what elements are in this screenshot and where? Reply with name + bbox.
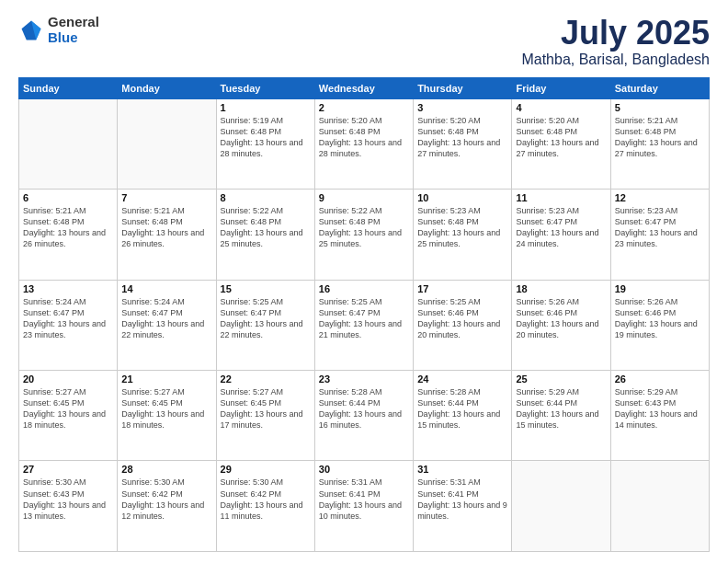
calendar-day: 20 Sunrise: 5:27 AM Sunset: 6:45 PM Dayl… [19,371,118,461]
sunset: Sunset: 6:48 PM [23,217,85,226]
sunset: Sunset: 6:43 PM [615,398,677,408]
daylight: Daylight: 13 hours and 21 minutes. [319,319,402,339]
sunset: Sunset: 6:48 PM [221,217,282,226]
daylight: Daylight: 13 hours and 10 minutes. [319,500,402,521]
sunrise: Sunrise: 5:31 AM [319,477,382,487]
daylight: Daylight: 13 hours and 25 minutes. [319,228,402,248]
sunrise: Sunrise: 5:23 AM [615,206,678,215]
day-info: Sunrise: 5:26 AM Sunset: 6:46 PM Dayligh… [516,296,606,341]
title-month: July 2025 [521,15,710,52]
calendar-day: 22 Sunrise: 5:27 AM Sunset: 6:45 PM Dayl… [216,371,314,461]
sunrise: Sunrise: 5:25 AM [221,297,284,306]
day-info: Sunrise: 5:21 AM Sunset: 6:48 PM Dayligh… [121,205,211,250]
sunset: Sunset: 6:46 PM [516,308,577,317]
sunrise: Sunrise: 5:21 AM [23,206,86,215]
header-wednesday: Wednesday [314,77,413,98]
sunset: Sunset: 6:47 PM [121,308,183,317]
day-info: Sunrise: 5:27 AM Sunset: 6:45 PM Dayligh… [23,386,113,431]
sunset: Sunset: 6:44 PM [417,398,479,408]
calendar-day: 16 Sunrise: 5:25 AM Sunset: 6:47 PM Dayl… [314,280,413,370]
day-info: Sunrise: 5:22 AM Sunset: 6:48 PM Dayligh… [221,205,311,250]
calendar-week-row: 13 Sunrise: 5:24 AM Sunset: 6:47 PM Dayl… [19,280,710,370]
day-info: Sunrise: 5:24 AM Sunset: 6:47 PM Dayligh… [121,296,211,341]
calendar-day: 17 Sunrise: 5:25 AM Sunset: 6:46 PM Dayl… [414,280,512,370]
sunrise: Sunrise: 5:29 AM [615,387,678,396]
daylight: Daylight: 13 hours and 26 minutes. [121,228,204,248]
calendar-day: 30 Sunrise: 5:31 AM Sunset: 6:41 PM Dayl… [314,461,413,552]
header-saturday: Saturday [610,77,709,98]
calendar-day: 2 Sunrise: 5:20 AM Sunset: 6:48 PM Dayli… [314,98,413,189]
day-number: 8 [221,192,311,203]
header-tuesday: Tuesday [216,77,314,98]
sunset: Sunset: 6:48 PM [417,217,479,226]
daylight: Daylight: 13 hours and 15 minutes. [417,409,500,430]
daylight: Daylight: 13 hours and 26 minutes. [23,228,106,248]
calendar-day: 3 Sunrise: 5:20 AM Sunset: 6:48 PM Dayli… [414,98,512,189]
day-number: 31 [417,464,507,475]
calendar-day: 18 Sunrise: 5:26 AM Sunset: 6:46 PM Dayl… [512,280,610,370]
sunrise: Sunrise: 5:27 AM [23,387,86,396]
sunrise: Sunrise: 5:22 AM [221,206,284,215]
calendar-day: 24 Sunrise: 5:28 AM Sunset: 6:44 PM Dayl… [414,371,512,461]
calendar-day: 10 Sunrise: 5:23 AM Sunset: 6:48 PM Dayl… [414,190,512,280]
daylight: Daylight: 13 hours and 18 minutes. [23,409,106,430]
sunrise: Sunrise: 5:24 AM [23,297,86,306]
sunrise: Sunrise: 5:28 AM [417,387,481,396]
day-info: Sunrise: 5:28 AM Sunset: 6:44 PM Dayligh… [417,386,507,431]
day-info: Sunrise: 5:25 AM Sunset: 6:47 PM Dayligh… [319,296,409,341]
sunrise: Sunrise: 5:27 AM [121,387,185,396]
sunset: Sunset: 6:42 PM [121,489,183,499]
title-location: Mathba, Barisal, Bangladesh [521,52,710,68]
calendar-day [610,461,709,552]
day-number: 24 [417,373,507,385]
day-number: 18 [516,283,606,294]
day-number: 27 [23,464,113,475]
day-info: Sunrise: 5:23 AM Sunset: 6:47 PM Dayligh… [615,205,705,250]
sunset: Sunset: 6:46 PM [615,308,677,317]
calendar-table: Sunday Monday Tuesday Wednesday Thursday… [18,77,710,552]
day-info: Sunrise: 5:30 AM Sunset: 6:42 PM Dayligh… [121,477,211,522]
day-number: 23 [319,373,409,385]
daylight: Daylight: 13 hours and 23 minutes. [615,228,698,248]
sunrise: Sunrise: 5:24 AM [121,297,185,306]
day-number: 9 [319,192,409,203]
daylight: Daylight: 13 hours and 11 minutes. [221,500,303,521]
sunset: Sunset: 6:47 PM [319,308,381,317]
day-info: Sunrise: 5:30 AM Sunset: 6:43 PM Dayligh… [23,477,113,522]
day-info: Sunrise: 5:27 AM Sunset: 6:45 PM Dayligh… [121,386,211,431]
calendar-week-row: 27 Sunrise: 5:30 AM Sunset: 6:43 PM Dayl… [19,461,710,552]
sunrise: Sunrise: 5:22 AM [319,206,382,215]
sunrise: Sunrise: 5:25 AM [319,297,382,306]
sunset: Sunset: 6:46 PM [417,308,479,317]
sunrise: Sunrise: 5:31 AM [417,477,481,487]
daylight: Daylight: 13 hours and 13 minutes. [23,500,106,521]
sunset: Sunset: 6:48 PM [319,127,381,136]
sunrise: Sunrise: 5:23 AM [417,206,481,215]
calendar-day [19,98,118,189]
sunset: Sunset: 6:47 PM [23,308,85,317]
day-number: 6 [23,192,113,203]
day-info: Sunrise: 5:24 AM Sunset: 6:47 PM Dayligh… [23,296,113,341]
sunrise: Sunrise: 5:29 AM [516,387,579,396]
sunset: Sunset: 6:48 PM [121,217,183,226]
calendar-day: 23 Sunrise: 5:28 AM Sunset: 6:44 PM Dayl… [314,371,413,461]
logo-icon [18,17,44,43]
day-info: Sunrise: 5:30 AM Sunset: 6:42 PM Dayligh… [221,477,311,522]
day-number: 5 [615,102,705,113]
day-number: 26 [615,373,705,385]
header-sunday: Sunday [19,77,118,98]
day-info: Sunrise: 5:29 AM Sunset: 6:43 PM Dayligh… [615,386,705,431]
daylight: Daylight: 13 hours and 22 minutes. [221,319,303,339]
daylight: Daylight: 13 hours and 20 minutes. [417,319,500,339]
sunset: Sunset: 6:48 PM [319,217,381,226]
daylight: Daylight: 13 hours and 23 minutes. [23,319,106,339]
sunset: Sunset: 6:48 PM [221,127,282,136]
sunset: Sunset: 6:47 PM [516,217,577,226]
calendar-day: 31 Sunrise: 5:31 AM Sunset: 6:41 PM Dayl… [414,461,512,552]
logo: General Blue [18,15,99,45]
calendar-day: 1 Sunrise: 5:19 AM Sunset: 6:48 PM Dayli… [216,98,314,189]
sunrise: Sunrise: 5:26 AM [516,297,579,306]
calendar-day [118,98,216,189]
day-info: Sunrise: 5:26 AM Sunset: 6:46 PM Dayligh… [615,296,705,341]
day-number: 22 [221,373,311,385]
